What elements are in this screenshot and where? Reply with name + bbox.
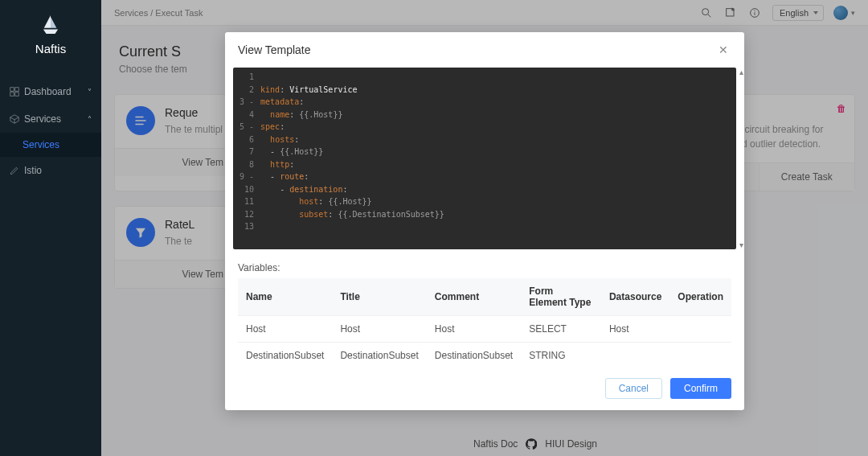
brand-name: Naftis bbox=[35, 42, 66, 55]
table-cell: DestinationSubset bbox=[238, 342, 332, 368]
modal-title: View Template bbox=[238, 43, 715, 56]
modal-overlay: View Template ✕ 123 -45 -6789 -10111213 … bbox=[101, 0, 868, 456]
table-header-cell: Form Element Type bbox=[521, 278, 601, 316]
table-cell bbox=[669, 342, 731, 368]
table-header-cell: Name bbox=[238, 278, 332, 316]
table-cell: STRING bbox=[521, 342, 601, 368]
sidebar-nav: Dashboard ˅ Services ˄ Services Istio bbox=[0, 78, 101, 184]
table-cell bbox=[601, 342, 669, 368]
table-header-cell: Title bbox=[332, 278, 426, 316]
chevron-up-icon: ˄ bbox=[88, 115, 92, 124]
sidebar-item-dashboard[interactable]: Dashboard ˅ bbox=[0, 78, 101, 105]
scroll-down-icon[interactable]: ▾ bbox=[739, 240, 743, 249]
sidebar-subitem-services[interactable]: Services bbox=[0, 133, 101, 157]
table-header-cell: Operation bbox=[669, 278, 731, 316]
table-cell: Host bbox=[238, 315, 332, 342]
table-cell: DestinationSubset bbox=[332, 342, 426, 368]
variables-label: Variables: bbox=[238, 262, 731, 273]
sidebar-item-label: Services bbox=[24, 113, 61, 125]
modal-header: View Template ✕ bbox=[225, 32, 744, 68]
pencil-icon bbox=[10, 166, 19, 175]
table-header-cell: Comment bbox=[427, 278, 521, 316]
variables-table: NameTitleCommentForm Element TypeDatasou… bbox=[238, 278, 731, 368]
table-cell: Host bbox=[427, 315, 521, 342]
brand: Naftis bbox=[0, 14, 101, 55]
code-editor[interactable]: 123 -45 -6789 -10111213 kind: VirtualSer… bbox=[233, 68, 736, 249]
grid-icon bbox=[10, 87, 19, 97]
scrollbar[interactable]: ▴ ▾ bbox=[736, 68, 746, 249]
svg-rect-1 bbox=[15, 88, 19, 92]
cancel-button[interactable]: Cancel bbox=[605, 378, 662, 399]
cube-icon bbox=[10, 114, 19, 124]
table-row: HostHostHostSELECTHost bbox=[238, 315, 731, 342]
code-lines: kind: VirtualServicemetadata: name: {{.H… bbox=[260, 71, 444, 233]
table-cell: Host bbox=[332, 315, 426, 342]
table-header-row: NameTitleCommentForm Element TypeDatasou… bbox=[238, 278, 731, 316]
svg-rect-3 bbox=[15, 92, 19, 97]
table-cell: SELECT bbox=[521, 315, 601, 342]
close-icon[interactable]: ✕ bbox=[715, 42, 731, 58]
sidebar-item-istio[interactable]: Istio bbox=[0, 157, 101, 184]
modal-footer: Cancel Confirm bbox=[225, 368, 744, 410]
table-cell: DestinationSubset bbox=[427, 342, 521, 368]
code-gutter: 123 -45 -6789 -10111213 bbox=[233, 71, 260, 233]
sidebar-item-label: Services bbox=[23, 139, 59, 150]
table-cell: Host bbox=[601, 315, 669, 342]
sidebar-item-services[interactable]: Services ˄ bbox=[0, 105, 101, 133]
main: Services / Execut Task English ▾ Current… bbox=[101, 0, 868, 456]
confirm-button[interactable]: Confirm bbox=[670, 378, 731, 399]
sidebar-item-label: Istio bbox=[24, 165, 42, 176]
view-template-modal: View Template ✕ 123 -45 -6789 -10111213 … bbox=[225, 32, 744, 410]
sailboat-icon bbox=[42, 14, 59, 35]
modal-body: 123 -45 -6789 -10111213 kind: VirtualSer… bbox=[225, 68, 744, 368]
table-cell bbox=[669, 315, 731, 342]
svg-rect-2 bbox=[10, 92, 14, 97]
scroll-up-icon[interactable]: ▴ bbox=[739, 68, 743, 76]
sidebar: Naftis Dashboard ˅ Services ˄ Services I… bbox=[0, 0, 101, 456]
chevron-down-icon: ˅ bbox=[88, 88, 92, 97]
sidebar-item-label: Dashboard bbox=[24, 86, 72, 97]
svg-rect-0 bbox=[10, 88, 14, 92]
table-row: DestinationSubsetDestinationSubsetDestin… bbox=[238, 342, 731, 368]
table-header-cell: Datasource bbox=[601, 278, 669, 316]
